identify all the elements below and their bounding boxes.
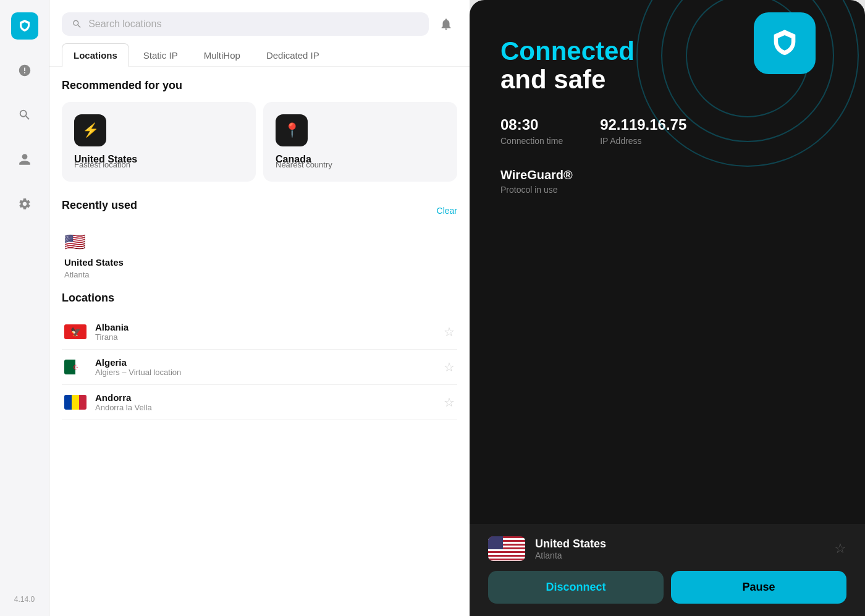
fastest-icon: ⚡ <box>74 114 106 146</box>
current-location-row: United States Atlanta ☆ <box>488 536 846 561</box>
locations-content: Recommended for you ⚡ United States Fast… <box>49 67 470 616</box>
settings-nav-icon[interactable] <box>11 190 38 217</box>
alerts-icon[interactable] <box>11 57 38 84</box>
recent-item-us[interactable]: 🇺🇸 United States Atlanta <box>62 232 457 279</box>
recent-country: United States <box>64 257 124 268</box>
middle-panel: Locations Static IP MultiHop Dedicated I… <box>49 0 470 616</box>
flag-andorra <box>64 395 86 410</box>
current-location-country: United States <box>535 538 824 551</box>
list-item[interactable]: Andorra Andorra la Vella ☆ <box>62 385 457 420</box>
bottom-bar: United States Atlanta ☆ Disconnect Pause <box>470 524 865 616</box>
recently-used-title: Recently used <box>62 199 137 212</box>
us-flag <box>488 536 525 561</box>
current-location-flag <box>488 536 525 561</box>
current-location-city: Atlanta <box>535 551 824 560</box>
us-flag-canton <box>488 536 503 549</box>
location-country-algeria: Algeria <box>95 357 435 368</box>
rec-card-fastest[interactable]: ⚡ United States Fastest location <box>62 102 256 182</box>
fastest-subtitle: Fastest location <box>74 160 137 169</box>
disconnect-button[interactable]: Disconnect <box>488 571 664 604</box>
search-nav-icon[interactable] <box>11 101 38 129</box>
app-version: 4.14.0 <box>14 595 35 604</box>
connection-time-label: Connection time <box>500 136 563 146</box>
tab-locations[interactable]: Locations <box>62 43 129 67</box>
connected-line1: Connected <box>500 36 635 65</box>
tabs: Locations Static IP MultiHop Dedicated I… <box>49 43 470 67</box>
connected-line2: and safe <box>500 65 606 94</box>
location-country-albania: Albania <box>95 322 435 332</box>
locations-title: Locations <box>62 292 457 305</box>
tab-static-ip[interactable]: Static IP <box>132 43 190 67</box>
current-location-star[interactable]: ☆ <box>834 541 846 557</box>
recommended-cards: ⚡ United States Fastest location 📍 Canad… <box>62 102 457 182</box>
pulse-ring-3 <box>636 0 859 167</box>
recommended-title: Recommended for you <box>62 79 457 92</box>
clear-button[interactable]: Clear <box>437 206 457 216</box>
search-input[interactable] <box>88 19 419 30</box>
recent-city: Atlanta <box>64 270 89 279</box>
tab-multihop[interactable]: MultiHop <box>192 43 252 67</box>
location-country-andorra: Andorra <box>95 392 435 403</box>
search-bar-container <box>49 0 470 43</box>
tab-dedicated-ip[interactable]: Dedicated IP <box>255 43 331 67</box>
favorite-star-algeria[interactable]: ☆ <box>444 360 455 374</box>
notification-bell-icon[interactable] <box>435 13 457 35</box>
recent-flag-us: 🇺🇸 <box>64 232 86 252</box>
location-city-albania: Tirana <box>95 332 435 342</box>
favorite-star-andorra[interactable]: ☆ <box>444 395 455 410</box>
list-item[interactable]: ☪ Algeria Algiers – Virtual location ☆ <box>62 350 457 385</box>
rec-card-nearest[interactable]: 📍 Canada Nearest country <box>263 102 457 182</box>
nearest-subtitle: Nearest country <box>276 160 332 169</box>
connection-time-value: 08:30 <box>500 116 563 133</box>
flag-albania: 🦅 <box>64 324 86 339</box>
pause-button[interactable]: Pause <box>671 571 846 604</box>
account-nav-icon[interactable] <box>11 146 38 173</box>
nearest-icon: 📍 <box>276 114 308 146</box>
vpn-shield-icon <box>754 12 816 74</box>
action-buttons: Disconnect Pause <box>488 571 846 604</box>
flag-algeria: ☪ <box>64 360 86 374</box>
app-logo[interactable] <box>11 12 38 40</box>
location-city-algeria: Algiers – Virtual location <box>95 368 435 377</box>
right-panel: Connected and safe 08:30 Connection time… <box>470 0 865 616</box>
list-item[interactable]: 🦅 Albania Tirana ☆ <box>62 314 457 350</box>
favorite-star-albania[interactable]: ☆ <box>444 324 455 339</box>
search-bar[interactable] <box>62 12 429 36</box>
connection-time-stat: 08:30 Connection time <box>500 116 563 146</box>
search-icon <box>72 19 82 30</box>
sidebar: 4.14.0 <box>0 0 49 616</box>
recently-used-header: Recently used Clear <box>62 199 457 222</box>
location-city-andorra: Andorra la Vella <box>95 403 435 412</box>
